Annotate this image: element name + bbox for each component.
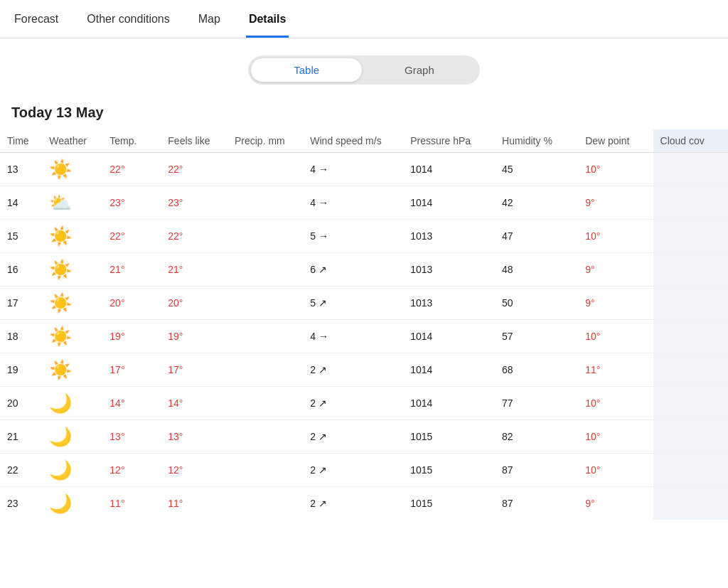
cell-humidity: 50: [495, 287, 578, 320]
cell-weather-icon: ☀️: [42, 253, 102, 287]
cell-feels: 17°: [161, 353, 228, 387]
cell-cloud: [653, 220, 728, 253]
cell-humidity: 87: [495, 454, 578, 487]
cell-weather-icon: ☀️: [42, 353, 102, 387]
col-header-wind: Wind speed m/s: [303, 129, 403, 153]
col-header-feels: Feels like: [161, 129, 228, 153]
cell-time: 15: [0, 220, 42, 253]
cell-cloud: [653, 253, 728, 287]
cell-time: 14: [0, 186, 42, 220]
table-row: 16☀️21°21°6 ↗1013489°: [0, 253, 728, 287]
cell-feels: 22°: [161, 220, 228, 253]
table-header-row: Time Weather Temp. Feels like Precip. mm…: [0, 129, 728, 153]
cell-feels: 23°: [161, 186, 228, 220]
cell-temp: 13°: [102, 420, 161, 454]
view-toggle-group: Table Graph: [248, 55, 480, 85]
cell-precip: [228, 186, 303, 220]
cell-temp: 14°: [102, 387, 161, 420]
cell-precip: [228, 220, 303, 253]
cell-cloud: [653, 320, 728, 353]
cell-weather-icon: 🌙: [42, 420, 102, 454]
cell-cloud: [653, 454, 728, 487]
col-header-cloud: Cloud cov: [653, 129, 728, 153]
cell-weather-icon: ☀️: [42, 220, 102, 253]
table-row: 13☀️22°22°4 →10144510°: [0, 153, 728, 186]
cell-cloud: [653, 353, 728, 387]
cell-dew: 10°: [578, 153, 653, 186]
nav-other-conditions[interactable]: Other conditions: [84, 0, 173, 38]
cell-dew: 9°: [578, 253, 653, 287]
cell-time: 19: [0, 353, 42, 387]
col-header-humidity: Humidity %: [495, 129, 578, 153]
cell-feels: 19°: [161, 320, 228, 353]
cell-feels: 13°: [161, 420, 228, 454]
cell-pressure: 1015: [403, 454, 495, 487]
table-row: 19☀️17°17°2 ↗10146811°: [0, 353, 728, 387]
cell-humidity: 57: [495, 320, 578, 353]
cell-precip: [228, 287, 303, 320]
cell-time: 13: [0, 153, 42, 186]
cell-feels: 14°: [161, 387, 228, 420]
cell-temp: 19°: [102, 320, 161, 353]
table-row: 18☀️19°19°4 →10145710°: [0, 320, 728, 353]
cell-weather-icon: 🌙: [42, 387, 102, 420]
cell-dew: 10°: [578, 454, 653, 487]
nav-map[interactable]: Map: [196, 0, 223, 38]
cell-feels: 21°: [161, 253, 228, 287]
cell-dew: 9°: [578, 186, 653, 220]
table-row: 20🌙14°14°2 ↗10147710°: [0, 387, 728, 420]
toggle-table-button[interactable]: Table: [251, 58, 362, 82]
top-navigation: Forecast Other conditions Map Details: [0, 0, 728, 38]
cell-time: 18: [0, 320, 42, 353]
cell-time: 20: [0, 387, 42, 420]
cell-humidity: 45: [495, 153, 578, 186]
table-row: 23🌙11°11°2 ↗1015879°: [0, 487, 728, 520]
table-row: 14⛅23°23°4 →1014429°: [0, 186, 728, 220]
toggle-graph-button[interactable]: Graph: [362, 58, 477, 82]
cell-cloud: [653, 487, 728, 520]
cell-time: 17: [0, 287, 42, 320]
cell-wind: 6 ↗: [303, 253, 403, 287]
cell-dew: 9°: [578, 487, 653, 520]
cell-temp: 20°: [102, 287, 161, 320]
cell-temp: 21°: [102, 253, 161, 287]
cell-pressure: 1014: [403, 186, 495, 220]
cell-temp: 22°: [102, 153, 161, 186]
cell-time: 16: [0, 253, 42, 287]
cell-pressure: 1014: [403, 153, 495, 186]
cell-humidity: 82: [495, 420, 578, 454]
col-header-dew: Dew point: [578, 129, 653, 153]
cell-temp: 22°: [102, 220, 161, 253]
cell-weather-icon: 🌙: [42, 487, 102, 520]
cell-dew: 11°: [578, 353, 653, 387]
cell-temp: 17°: [102, 353, 161, 387]
cell-precip: [228, 387, 303, 420]
cell-humidity: 68: [495, 353, 578, 387]
cell-wind: 5 →: [303, 220, 403, 253]
cell-precip: [228, 454, 303, 487]
nav-details[interactable]: Details: [246, 0, 289, 38]
table-row: 15☀️22°22°5 →10134710°: [0, 220, 728, 253]
table-row: 22🌙12°12°2 ↗10158710°: [0, 454, 728, 487]
nav-forecast[interactable]: Forecast: [11, 0, 61, 38]
cell-wind: 2 ↗: [303, 353, 403, 387]
cell-humidity: 87: [495, 487, 578, 520]
cell-weather-icon: 🌙: [42, 454, 102, 487]
cell-pressure: 1015: [403, 487, 495, 520]
cell-wind: 4 →: [303, 153, 403, 186]
col-header-pressure: Pressure hPa: [403, 129, 495, 153]
cell-dew: 10°: [578, 220, 653, 253]
cell-time: 23: [0, 487, 42, 520]
table-row: 21🌙13°13°2 ↗10158210°: [0, 420, 728, 454]
cell-pressure: 1013: [403, 253, 495, 287]
cell-cloud: [653, 153, 728, 186]
cell-feels: 12°: [161, 454, 228, 487]
cell-feels: 20°: [161, 287, 228, 320]
cell-precip: [228, 253, 303, 287]
cell-precip: [228, 153, 303, 186]
view-toggle-row: Table Graph: [0, 55, 728, 85]
cell-humidity: 77: [495, 387, 578, 420]
cell-feels: 11°: [161, 487, 228, 520]
cell-pressure: 1013: [403, 287, 495, 320]
cell-weather-icon: ☀️: [42, 320, 102, 353]
